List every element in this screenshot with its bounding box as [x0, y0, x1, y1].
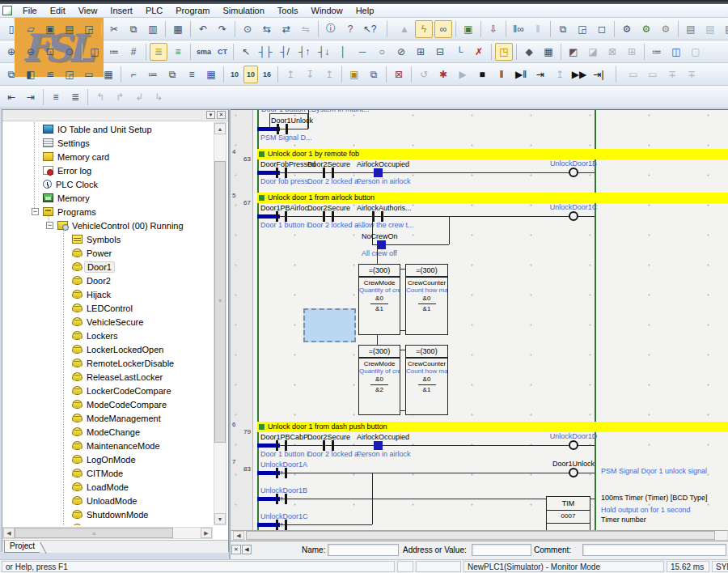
- open-project-button[interactable]: ▱: [22, 20, 40, 38]
- contact-on-state[interactable]: [374, 168, 383, 177]
- transfer-to-plc-button[interactable]: ⇩: [485, 20, 502, 38]
- menu-simulation[interactable]: Simulation: [216, 5, 270, 16]
- show-rung-annotations-button[interactable]: CT: [215, 43, 230, 61]
- find-section-button[interactable]: ◻: [593, 20, 611, 38]
- new-closed-contact-button[interactable]: ┤/: [276, 43, 294, 61]
- find-button[interactable]: ⊙: [239, 20, 256, 38]
- zoom-to-fit-button[interactable]: ⊡: [41, 43, 59, 61]
- new-window-button[interactable]: ⧉: [2, 66, 20, 83]
- scroll-right-icon[interactable]: ▶: [201, 528, 212, 538]
- address-or-value-input[interactable]: [472, 544, 531, 556]
- zoom-in-button[interactable]: ⊕: [2, 43, 20, 61]
- new-instruction-button[interactable]: ⊞: [412, 43, 430, 61]
- compare-program-button[interactable]: ⚙: [657, 20, 675, 38]
- watch-window-button[interactable]: ⌐: [125, 66, 142, 83]
- tree-item-ledcontrol[interactable]: LEDControl: [2, 301, 211, 315]
- simulator-section-button[interactable]: ⧉: [365, 66, 383, 83]
- tree-item-logonmode[interactable]: LogOnMode: [2, 452, 211, 466]
- symbol-lookup-button[interactable]: ≔: [144, 66, 162, 83]
- tree-item-settings[interactable]: Settings: [2, 136, 211, 150]
- tree-item-door2[interactable]: Door2: [2, 274, 211, 287]
- coil-symbol[interactable]: [569, 168, 578, 177]
- search-address-button[interactable]: ⇄: [277, 20, 295, 38]
- coil-symbol[interactable]: [569, 468, 578, 478]
- tree-item-lockerlockedopen[interactable]: LockerLockedOpen: [2, 342, 211, 356]
- force-on-button[interactable]: ◩: [565, 43, 582, 61]
- copy-button[interactable]: ⧉: [125, 20, 142, 38]
- scroll-left-icon[interactable]: ◀: [3, 528, 15, 538]
- zoom-100-button[interactable]: ⊙: [61, 43, 78, 61]
- workspace-minimize-icon[interactable]: ▾: [206, 111, 215, 119]
- simulator-exit-button[interactable]: ⊠: [390, 66, 408, 83]
- instruction-block[interactable]: =(300)CrewCounterCount how ma...&0&1: [405, 345, 448, 415]
- coil-symbol[interactable]: [569, 440, 578, 450]
- io-table-view-3-button[interactable]: ▤: [721, 20, 728, 38]
- overview-window-button[interactable]: ◫: [86, 43, 104, 61]
- tree-item-power[interactable]: Power: [2, 246, 211, 260]
- instruction-block[interactable]: =(300)CrewCounterCount how ma...&0&1: [405, 264, 448, 335]
- contact-symbol[interactable]: [285, 494, 287, 504]
- monitor-hex-button[interactable]: 16: [260, 66, 274, 83]
- sim-stop-button[interactable]: ■: [473, 66, 491, 83]
- show-comments-button[interactable]: sma: [194, 43, 214, 61]
- new-vertical-line-button[interactable]: │: [334, 43, 352, 61]
- new-coil-button[interactable]: ○: [373, 43, 391, 61]
- scroll-up-icon[interactable]: ▲: [214, 123, 226, 134]
- monitor-decimal-button[interactable]: 10: [227, 66, 242, 83]
- selected-cell[interactable]: [303, 308, 356, 342]
- send-online-edit-button[interactable]: ⚙: [637, 20, 655, 38]
- coil-symbol[interactable]: [569, 211, 578, 221]
- properties-info-button[interactable]: ⓘ: [322, 20, 340, 38]
- paste-button[interactable]: ▥: [144, 20, 162, 38]
- line-delete-mode-button[interactable]: ✗: [470, 43, 488, 61]
- tree-item-error-log[interactable]: Error log: [2, 163, 211, 177]
- menu-edit[interactable]: Edit: [44, 5, 72, 16]
- io-table-view-1-button[interactable]: ▤: [682, 20, 700, 38]
- new-inverted-instruction-button[interactable]: ⊟: [431, 43, 449, 61]
- menu-insert[interactable]: Insert: [104, 5, 139, 16]
- rung-comment-list-button[interactable]: ≡: [47, 88, 65, 106]
- address-reference-tool-button[interactable]: #: [125, 43, 142, 61]
- tree-item-memory-card[interactable]: Memory card: [2, 150, 211, 163]
- menu-help[interactable]: Help: [349, 5, 381, 16]
- select-window-button[interactable]: ◧: [22, 66, 40, 83]
- undo-button[interactable]: ↶: [194, 20, 212, 38]
- memory-view-button[interactable]: ▦: [202, 66, 220, 83]
- tree-item-shutdownmode[interactable]: ShutdownMode: [2, 507, 211, 521]
- ladder-editor[interactable]: Door 1 button t...System in maint...Door…: [231, 110, 728, 531]
- menu-window[interactable]: Window: [305, 5, 349, 16]
- outdent-rung-button[interactable]: ⇥: [22, 88, 40, 106]
- print-preview-button[interactable]: ◲: [80, 20, 98, 38]
- contact-symbol[interactable]: [285, 520, 287, 530]
- tree-vertical-scrollbar[interactable]: ▲ ▼ ≡: [214, 122, 226, 525]
- tree-item-releaselastlocker[interactable]: ReleaseLastLocker: [2, 370, 211, 384]
- tree-item-remotelockerdisable[interactable]: RemoteLockerDisable: [2, 356, 211, 370]
- tree-horizontal-scrollbar[interactable]: ◀ ▶ ≡: [2, 527, 213, 539]
- select-mode-button[interactable]: ↖: [237, 43, 255, 61]
- insert-section-button[interactable]: ⧉: [554, 20, 572, 38]
- online-edit-button[interactable]: ⚙: [618, 20, 636, 38]
- monitor-data-button[interactable]: ▦: [540, 43, 557, 61]
- zoom-out-button[interactable]: ⊖: [22, 43, 40, 61]
- close-all-windows-button[interactable]: ▦: [99, 66, 117, 83]
- tree-item-modemanagement[interactable]: ModeManagement: [2, 411, 211, 425]
- menu-file[interactable]: File: [16, 5, 44, 16]
- sim-step-run-button[interactable]: ▶‖: [512, 66, 530, 83]
- indent-rung-button[interactable]: ⇤: [2, 88, 20, 106]
- comment-input[interactable]: [582, 544, 726, 556]
- mnemonic-view-button[interactable]: ≡: [169, 43, 187, 61]
- tree-item-io-table-and-unit-setup[interactable]: IO Table and Unit Setup: [2, 122, 211, 136]
- tree-item-hijack[interactable]: Hijack: [2, 287, 211, 301]
- tree-item-modechange[interactable]: ModeChange: [2, 425, 211, 439]
- cross-reference-button[interactable]: ⧉: [163, 66, 181, 83]
- print-button[interactable]: ▤: [61, 20, 78, 38]
- tab-project[interactable]: Project: [4, 541, 40, 553]
- tree-item-vehiclecontrol-00-running[interactable]: −VehicleControl (00) Running: [2, 219, 211, 232]
- monitor-signed-decimal-button[interactable]: 10: [243, 66, 258, 83]
- line-connect-mode-button[interactable]: └: [451, 43, 468, 61]
- output-window-button[interactable]: ≡: [183, 66, 201, 83]
- sim-step-in-button[interactable]: ⇥: [531, 66, 549, 83]
- arrange-icons-button[interactable]: ▭: [80, 66, 98, 83]
- works-online-button[interactable]: ◆: [520, 43, 538, 61]
- section-properties-button[interactable]: ◲: [574, 20, 591, 38]
